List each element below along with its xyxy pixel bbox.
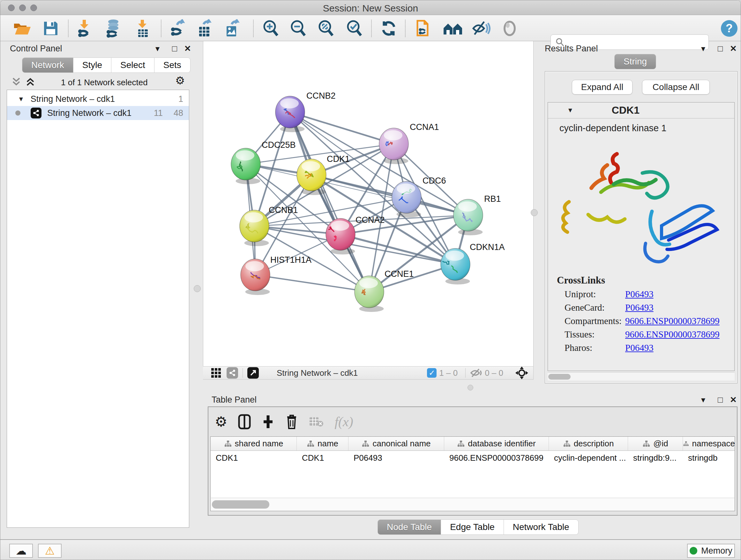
bottom-splitter-handle[interactable] bbox=[468, 385, 473, 390]
import-network-database-button[interactable] bbox=[103, 19, 124, 38]
table-row[interactable]: CDK1CDK1P064939606.ENSP00000378699cyclin… bbox=[211, 451, 735, 465]
export-image-button[interactable] bbox=[222, 19, 242, 38]
table-cell[interactable]: P06493 bbox=[348, 451, 444, 465]
results-panel-close-icon[interactable]: ✕ bbox=[730, 44, 737, 54]
network-row-selected[interactable]: String Network – cdk1 11 48 bbox=[7, 106, 189, 120]
control-panel-close-icon[interactable]: ✕ bbox=[184, 44, 191, 54]
tab-node-table[interactable]: Node Table bbox=[378, 519, 441, 535]
detach-view-icon[interactable] bbox=[247, 367, 259, 379]
column-header-description[interactable]: description bbox=[549, 437, 628, 450]
zoom-out-button[interactable] bbox=[288, 19, 309, 38]
network-canvas[interactable]: CCNB2CCNA1CDC25BCDK1CDC6RB1CCNB1CCNA2CDK… bbox=[203, 41, 534, 366]
table-cell[interactable]: stringdb bbox=[683, 451, 735, 465]
column-header-database-identifier[interactable]: database identifier bbox=[444, 437, 549, 450]
table-hscrollbar[interactable] bbox=[210, 498, 735, 511]
results-panel-float-icon[interactable]: □ bbox=[718, 44, 723, 54]
control-panel-float-icon[interactable]: □ bbox=[172, 44, 177, 54]
selected-checkbox[interactable]: ✓ bbox=[427, 368, 436, 378]
right-splitter-handle[interactable] bbox=[531, 209, 538, 216]
column-header-shared-name[interactable]: shared name bbox=[211, 437, 297, 450]
cloud-button[interactable]: ☁ bbox=[9, 544, 33, 558]
open-session-button[interactable] bbox=[12, 19, 32, 38]
left-splitter-handle[interactable] bbox=[194, 285, 201, 292]
show-panel-button[interactable] bbox=[499, 19, 520, 38]
zoom-in-button[interactable] bbox=[261, 19, 281, 38]
import-network-file-button[interactable] bbox=[74, 19, 94, 38]
hidden-eye-slash-icon[interactable] bbox=[470, 368, 482, 378]
edge-HIST1H1A-CCNE1[interactable] bbox=[255, 275, 369, 292]
node-CCNB1[interactable]: CCNB1 bbox=[240, 205, 298, 246]
table-cell[interactable]: CDK1 bbox=[211, 451, 297, 465]
show-columns-icon[interactable] bbox=[238, 414, 251, 429]
crosslink-link[interactable]: 9606.ENSP00000378699 bbox=[625, 329, 720, 340]
entry-header[interactable]: ▼ CDK1 bbox=[548, 103, 734, 118]
table-cell[interactable]: stringdb:9... bbox=[628, 451, 683, 465]
network-collection-row[interactable]: ▼ String Network – cdk1 1 bbox=[7, 92, 189, 106]
edge-CCNB2-CCNA1[interactable] bbox=[290, 112, 394, 144]
column-header--id[interactable]: @id bbox=[628, 437, 683, 450]
column-header-name[interactable]: name bbox=[297, 437, 348, 450]
crosslink-link[interactable]: 9606.ENSP00000378699 bbox=[625, 316, 720, 326]
function-builder-icon[interactable]: f(x) bbox=[334, 414, 353, 429]
node-HIST1H1A[interactable]: HIST1H1A bbox=[241, 255, 312, 295]
tab-sets[interactable]: Sets bbox=[154, 57, 191, 73]
birds-eye-toggle-icon[interactable] bbox=[515, 367, 528, 379]
tab-edge-table[interactable]: Edge Table bbox=[441, 519, 504, 535]
table-cell[interactable]: 9606.ENSP00000378699 bbox=[444, 451, 549, 465]
export-network-button[interactable] bbox=[167, 19, 188, 38]
node-RB1[interactable]: RB1 bbox=[454, 194, 501, 235]
save-session-button[interactable] bbox=[41, 19, 61, 38]
expand-all-button[interactable]: Expand All bbox=[572, 80, 632, 95]
edge-CCNB2-CCNE1[interactable] bbox=[290, 112, 369, 292]
results-scrollbar[interactable] bbox=[548, 372, 735, 381]
hide-panel-button[interactable] bbox=[471, 19, 491, 38]
node-CDC6[interactable]: CDC6 bbox=[392, 176, 446, 217]
zoom-fit-button[interactable] bbox=[316, 19, 336, 38]
export-table-button[interactable] bbox=[194, 19, 215, 38]
crosslink-link[interactable]: P06493 bbox=[625, 302, 654, 313]
tab-select[interactable]: Select bbox=[111, 57, 154, 73]
crosslink-link[interactable]: P06493 bbox=[625, 343, 654, 353]
table-panel-close-icon[interactable]: ✕ bbox=[730, 395, 737, 405]
add-column-icon[interactable] bbox=[262, 414, 274, 429]
column-header-canonical-name[interactable]: canonical name bbox=[348, 437, 444, 450]
network-options-gear-icon[interactable]: ⚙ bbox=[175, 75, 185, 86]
zoom-selected-button[interactable] bbox=[344, 19, 365, 38]
column-header-namespace[interactable]: namespace bbox=[683, 437, 735, 450]
table-cell[interactable]: cyclin-dependent ... bbox=[549, 451, 628, 465]
node-CDKN1A[interactable]: CDKN1A bbox=[441, 242, 505, 285]
tab-network-table[interactable]: Network Table bbox=[504, 519, 579, 535]
collapse-all-icon[interactable] bbox=[11, 76, 21, 87]
column-header-label: description bbox=[574, 439, 614, 449]
delete-table-icon[interactable] bbox=[309, 416, 324, 428]
tab-string[interactable]: String bbox=[614, 54, 656, 69]
results-scroll-thumb[interactable] bbox=[548, 374, 570, 380]
results-panel-collapse-icon[interactable]: ▾ bbox=[701, 44, 705, 54]
apply-layout-button[interactable] bbox=[379, 19, 399, 38]
node-CCNE1[interactable]: CCNE1 bbox=[354, 269, 414, 312]
tree-expanded-icon[interactable]: ▼ bbox=[18, 96, 24, 103]
home-button[interactable] bbox=[443, 19, 463, 38]
memory-button[interactable]: Memory bbox=[687, 544, 735, 558]
delete-column-icon[interactable] bbox=[285, 414, 298, 430]
hidden-counts: 0 – 0 bbox=[485, 368, 503, 378]
window-title: Session: New Session bbox=[0, 3, 741, 14]
import-table-button[interactable] bbox=[132, 19, 153, 38]
table-options-gear-icon[interactable]: ⚙ bbox=[215, 415, 227, 429]
collapse-all-button[interactable]: Collapse All bbox=[642, 80, 710, 95]
tab-network[interactable]: Network bbox=[22, 57, 73, 73]
grid-view-icon[interactable] bbox=[211, 368, 221, 378]
expand-all-icon[interactable] bbox=[25, 76, 36, 87]
control-panel-collapse-icon[interactable]: ▾ bbox=[155, 44, 159, 54]
entry-expanded-icon[interactable]: ▼ bbox=[567, 107, 574, 114]
table-cell[interactable]: CDK1 bbox=[297, 451, 348, 465]
crosslink-link[interactable]: P06493 bbox=[625, 289, 654, 300]
table-hscroll-thumb[interactable] bbox=[212, 500, 269, 509]
tab-style[interactable]: Style bbox=[73, 57, 111, 73]
network-share-view-icon[interactable] bbox=[226, 367, 238, 379]
string-import-button[interactable] bbox=[413, 19, 434, 38]
table-panel-float-icon[interactable]: □ bbox=[718, 395, 723, 405]
warning-button[interactable]: ⚠ bbox=[38, 544, 62, 558]
table-panel-collapse-icon[interactable]: ▾ bbox=[701, 395, 705, 405]
help-button[interactable]: ? bbox=[719, 19, 739, 38]
